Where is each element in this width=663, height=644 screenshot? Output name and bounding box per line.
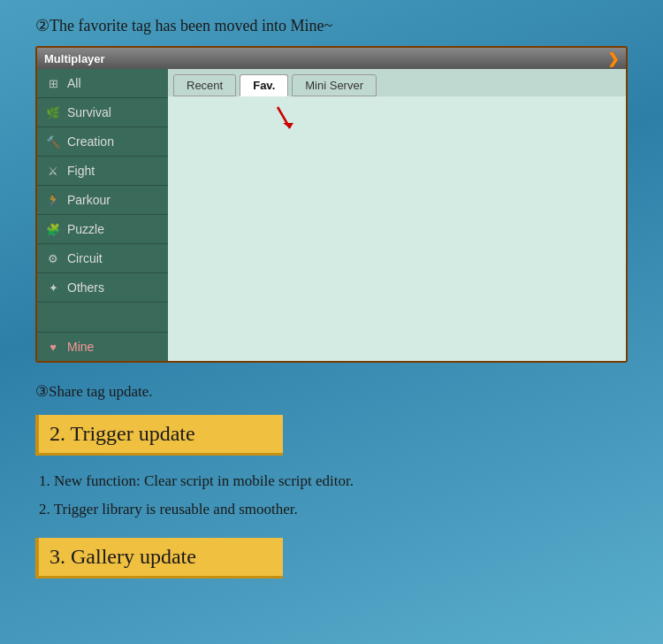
sidebar-label-puzzle: Puzzle [67, 222, 104, 236]
tab-bar: Recent Fav. Mini Server [168, 69, 626, 96]
window-title: Multiplayer [44, 52, 105, 65]
others-icon: ✦ [44, 279, 62, 296]
sidebar-label-circuit: Circuit [67, 251, 103, 265]
window-close-icon[interactable]: ❯ [607, 50, 619, 67]
fight-icon: ⚔ [44, 162, 62, 180]
svg-marker-1 [283, 123, 293, 128]
sidebar-label-parkour: Parkour [67, 193, 110, 207]
sidebar-label-fight: Fight [67, 164, 95, 178]
section3-header: 3. Gallery update [35, 538, 283, 579]
tab-mini-server[interactable]: Mini Server [292, 74, 377, 96]
sidebar-item-parkour[interactable]: 🏃 Parkour [37, 186, 168, 215]
sidebar-item-survival[interactable]: 🌿 Survival [37, 98, 168, 127]
sidebar-label-creation: Creation [67, 134, 114, 149]
content-area [168, 96, 626, 361]
tab-recent[interactable]: Recent [173, 74, 236, 96]
share-tag-text: ③Share tag update. [35, 382, 628, 401]
sidebar-item-all[interactable]: ⊞ All [37, 69, 168, 98]
sidebar-item-mine[interactable]: ♥ Mine [37, 332, 168, 361]
sidebar: ⊞ All 🌿 Survival 🔨 Creation ⚔ Fight 🏃 Pa… [37, 69, 168, 361]
red-arrow-indicator [271, 104, 302, 139]
mine-heart-icon: ♥ [44, 338, 62, 356]
survival-icon: 🌿 [44, 104, 62, 121]
sidebar-item-fight[interactable]: ⚔ Fight [37, 157, 168, 186]
sidebar-label-mine: Mine [67, 340, 94, 354]
sidebar-item-puzzle[interactable]: 🧩 Puzzle [37, 215, 168, 244]
circuit-icon: ⚙ [44, 249, 62, 267]
parkour-icon: 🏃 [44, 191, 62, 209]
window-body: ⊞ All 🌿 Survival 🔨 Creation ⚔ Fight 🏃 Pa… [37, 69, 626, 361]
bullet-2: 2. Trigger library is reusable and smoot… [39, 498, 628, 521]
window-titlebar: Multiplayer ❯ [37, 48, 626, 69]
sidebar-label-others: Others [67, 280, 104, 295]
sidebar-item-circuit[interactable]: ⚙ Circuit [37, 244, 168, 273]
section2-header: 2. Trigger update [35, 415, 283, 456]
main-area: Recent Fav. Mini Server [168, 69, 626, 361]
sidebar-item-creation[interactable]: 🔨 Creation [37, 127, 168, 157]
creation-icon: 🔨 [44, 133, 62, 150]
sidebar-label-all: All [67, 76, 81, 90]
bullet-1: 1. New function: Clear script in mobile … [39, 470, 628, 493]
section2-bullets: 1. New function: Clear script in mobile … [35, 470, 628, 520]
tab-fav[interactable]: Fav. [240, 74, 288, 96]
puzzle-icon: 🧩 [44, 220, 62, 238]
all-icon: ⊞ [44, 74, 62, 92]
intro-text: ②The favorite tag has been moved into Mi… [35, 16, 628, 35]
multiplayer-window: Multiplayer ❯ ⊞ All 🌿 Survival 🔨 Creatio… [35, 46, 628, 363]
sidebar-item-others[interactable]: ✦ Others [37, 273, 168, 303]
sidebar-label-survival: Survival [67, 105, 111, 119]
